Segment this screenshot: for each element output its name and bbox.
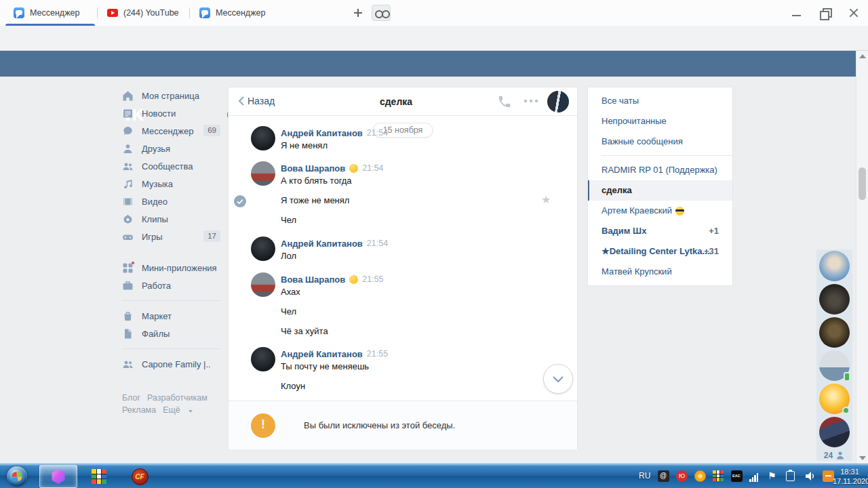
left-sidebar: Моя страница Новости Мессенджер 69 Друзь… — [122, 87, 220, 416]
chat-row-radmir[interactable]: RADMIR RP 01 (Поддержка) — [588, 160, 732, 180]
sidebar-item-friends[interactable]: Друзья — [122, 140, 220, 157]
news-icon — [122, 108, 134, 119]
tray-icon-flower[interactable] — [694, 470, 706, 482]
message-author[interactable]: Вова Шарапов — [281, 274, 345, 285]
sidebar-item-mini-apps[interactable]: Мини-приложения — [122, 259, 220, 277]
film-icon — [122, 196, 134, 207]
taskbar-clock[interactable]: 18:31 17.11.2020 — [833, 467, 867, 486]
sidebar-item-market[interactable]: Маркет — [122, 307, 220, 325]
sidebar-footer: БлогРазработчикам РекламаЕщё — [122, 392, 220, 416]
tray-icon-youla[interactable] — [676, 470, 688, 482]
friend-avatar[interactable] — [819, 251, 850, 281]
chat-row-vadim[interactable]: Вадим Шх +1 — [588, 221, 732, 241]
clock-time: 18:31 — [833, 467, 867, 476]
message-time: 21:54 — [362, 163, 383, 174]
taskbar-app-browser[interactable] — [39, 465, 77, 488]
message-group: Андрей Капитанов 21:54 Я не менял — [229, 126, 577, 150]
volume-icon[interactable] — [804, 470, 816, 482]
network-signal-icon[interactable] — [749, 470, 761, 482]
message-selected-check-icon[interactable] — [234, 195, 246, 207]
message-avatar[interactable] — [251, 237, 275, 261]
list-divider — [601, 155, 732, 156]
message-avatar[interactable] — [251, 161, 275, 186]
sidebar-item-video[interactable]: Видео — [122, 192, 220, 210]
scrollbar-down-arrow[interactable] — [859, 456, 866, 460]
message-author[interactable]: Вова Шарапов — [281, 163, 345, 174]
filter-unread[interactable]: Непрочитанные — [588, 111, 732, 131]
friend-avatar[interactable] — [819, 417, 850, 447]
chat-row-detailing[interactable]: ★Detailing Center Lytka... +31 — [588, 241, 732, 262]
language-indicator[interactable]: RU — [639, 471, 650, 481]
chat-row-matvey[interactable]: Матвей Крупский — [588, 262, 732, 282]
window-minimize-button[interactable] — [788, 7, 804, 19]
chat-row-sdelka-selected[interactable]: сделка — [588, 180, 732, 201]
message-text: Клоун — [281, 381, 577, 391]
filter-all-chats[interactable]: Все чаты — [588, 91, 732, 111]
message-text: Ахах — [281, 287, 577, 297]
message-author[interactable]: Андрей Капитанов — [281, 239, 363, 249]
message-author[interactable]: Андрей Капитанов — [281, 349, 363, 359]
sidebar-item-clips[interactable]: Клипы — [122, 210, 220, 228]
sidebar-item-music[interactable]: Музыка — [122, 175, 220, 192]
chat-avatar[interactable] — [547, 91, 569, 113]
scrollbar-thumb[interactable] — [859, 167, 866, 200]
favorite-star-icon[interactable]: ★ — [541, 193, 551, 206]
message-avatar[interactable] — [251, 126, 275, 150]
tab-messenger-2[interactable]: Мессенджер — [191, 0, 279, 26]
window-restore-button[interactable] — [816, 7, 833, 19]
footer-link-more[interactable]: Ещё — [163, 405, 180, 415]
footer-link-developers[interactable]: Разработчикам — [147, 393, 208, 403]
sidebar-item-jobs[interactable]: Работа — [122, 277, 220, 294]
new-tab-button[interactable] — [351, 6, 365, 20]
more-options-icon[interactable] — [523, 98, 539, 104]
clips-icon — [122, 214, 134, 225]
message-text: Я не менял — [281, 140, 577, 150]
action-center-flag-icon[interactable]: ⚑ — [768, 470, 779, 482]
friend-avatar[interactable] — [819, 284, 850, 314]
person-icon — [122, 143, 134, 155]
message-text: Лол — [281, 251, 577, 261]
tray-icon-device[interactable] — [786, 471, 795, 481]
tab-label: (244) YouTube — [123, 8, 179, 18]
taskbar-app-crossfire[interactable]: CF — [121, 465, 159, 488]
start-button[interactable] — [7, 466, 27, 487]
sidebar-item-community-capone[interactable]: Capone Family |.. — [122, 355, 220, 373]
sidebar-item-messenger[interactable]: Мессенджер 69 — [122, 122, 220, 140]
online-friends-count[interactable]: 24 — [816, 451, 852, 460]
sidebar-item-files[interactable]: Файлы — [122, 325, 220, 342]
tray-icon-cube[interactable] — [713, 470, 724, 482]
chat-row-artem[interactable]: Артем Краевский — [588, 201, 732, 221]
footer-link-ads[interactable]: Реклама — [122, 405, 156, 415]
scroll-to-bottom-button[interactable] — [543, 364, 573, 394]
message-avatar[interactable] — [251, 272, 275, 297]
tab-messenger-1[interactable]: Мессенджер — [5, 0, 95, 26]
tab-youtube[interactable]: (244) YouTube — [99, 0, 187, 26]
people-icon — [122, 161, 134, 172]
message-time: 21:55 — [362, 274, 383, 285]
sidebar-item-news[interactable]: Новости — [122, 104, 220, 122]
games-badge: 17 — [203, 230, 220, 242]
message-avatar[interactable] — [251, 347, 275, 371]
filter-important[interactable]: Важные сообщения — [588, 131, 732, 152]
friend-avatar[interactable] — [819, 350, 850, 381]
message-author[interactable]: Андрей Капитанов — [281, 128, 363, 138]
warning-icon — [251, 413, 275, 438]
message-list: 15 ноября Андрей Капитанов 21:54 Я не ме… — [229, 116, 577, 401]
tab-search-button[interactable] — [372, 5, 391, 21]
tray-icon-easyanticheat[interactable] — [731, 470, 743, 482]
sidebar-item-games[interactable]: Игры 17 — [122, 228, 220, 245]
message-text: А кто блять тогда — [281, 176, 577, 186]
window-close-button[interactable] — [845, 7, 861, 19]
tray-icon-app[interactable] — [658, 470, 669, 482]
message-group: Андрей Капитанов 21:55 Ты почту не меняе… — [229, 347, 577, 391]
friend-avatar[interactable] — [819, 317, 850, 348]
friend-avatar[interactable] — [819, 384, 850, 414]
taskbar-app-cube[interactable] — [80, 465, 118, 488]
sidebar-item-my-page[interactable]: Моя страница — [122, 87, 220, 104]
page-scrollbar[interactable] — [856, 51, 868, 464]
scrollbar-up-arrow[interactable] — [859, 54, 866, 58]
back-button[interactable]: Назад — [237, 95, 275, 107]
sidebar-item-communities[interactable]: Сообщества — [122, 157, 220, 175]
footer-link-blog[interactable]: Блог — [122, 393, 140, 403]
call-phone-icon[interactable] — [497, 94, 512, 109]
